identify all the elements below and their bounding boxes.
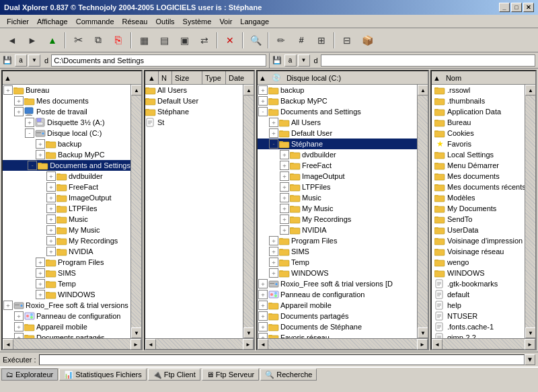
- tree-item-r-myrecordings[interactable]: + My Recordings: [258, 214, 417, 225]
- mid-scroll-track[interactable]: [243, 95, 254, 327]
- tree-item-r-temp[interactable]: + Temp: [258, 257, 417, 268]
- farright-item-9[interactable]: Mes documents récents: [432, 182, 525, 192]
- left-drive-toggle[interactable]: ▼: [28, 54, 40, 67]
- farright-item-17[interactable]: WINDOWS: [432, 268, 525, 278]
- right-path-field[interactable]: [321, 54, 535, 67]
- expander-backup[interactable]: +: [36, 139, 45, 149]
- tree-item-r-sims[interactable]: + SIMS: [258, 246, 417, 257]
- tree-item-programfiles[interactable]: + Program Files: [3, 257, 130, 268]
- tree-item-imageoutput[interactable]: + ImageOutput: [3, 192, 130, 203]
- expander-panneau[interactable]: +: [14, 311, 24, 321]
- taskbar-statistiques[interactable]: 📊 Statistiques Fichiers: [59, 368, 146, 381]
- tree-item-windows[interactable]: + WINDOWS: [3, 289, 130, 300]
- farright-item-12[interactable]: SendTo: [432, 214, 525, 225]
- left-scroll-left[interactable]: ◄: [3, 339, 13, 350]
- expander-disqc[interactable]: -: [25, 128, 34, 138]
- panel-button[interactable]: ▦: [134, 31, 153, 50]
- farright-item-10[interactable]: Modèles: [432, 192, 525, 203]
- col-date[interactable]: Date: [226, 71, 254, 84]
- tree-item-dvdbuilder[interactable]: + dvdbuilder: [3, 171, 130, 182]
- copy-button[interactable]: ⧉: [89, 31, 108, 50]
- farright-item-2[interactable]: Application Data: [432, 106, 525, 117]
- expander-r-mymusic[interactable]: +: [280, 204, 289, 213]
- expander-mymusic[interactable]: +: [46, 225, 56, 235]
- farright-item-3[interactable]: Bureau: [432, 117, 525, 128]
- net-button[interactable]: ⊟: [338, 31, 356, 50]
- menu-reseau[interactable]: Réseau: [118, 17, 152, 26]
- farright-scroll-track[interactable]: [525, 95, 535, 327]
- farright-item-18[interactable]: .gtk-bookmarks: [432, 278, 525, 289]
- expander-disq3[interactable]: +: [25, 118, 34, 127]
- tree-item-docsettings[interactable]: - Documents and Settings: [3, 160, 130, 171]
- expander-temp[interactable]: +: [36, 279, 45, 288]
- expander-r-myrecordings[interactable]: +: [280, 214, 289, 224]
- tree-item-appareilleft[interactable]: + Appareil mobile: [3, 321, 130, 332]
- far-right-scroll[interactable]: .rssowl .thumbnails Application Data Bur…: [432, 85, 525, 338]
- expander-programfiles[interactable]: +: [36, 258, 45, 267]
- tree-item-r-stephane[interactable]: - Stéphane: [258, 139, 417, 149]
- expander-r-docsstephane[interactable]: +: [258, 322, 268, 331]
- expander-r-freefact[interactable]: +: [280, 161, 289, 170]
- tree-item-r-programfiles[interactable]: + Program Files: [258, 235, 417, 246]
- tree-item-freefact[interactable]: + FreeFact: [3, 182, 130, 192]
- filter-button[interactable]: ⊞: [312, 31, 331, 50]
- tree-item-temp[interactable]: + Temp: [3, 278, 130, 289]
- tree-item-music[interactable]: + Music: [3, 214, 130, 225]
- farright-hscroll-track[interactable]: [443, 339, 525, 349]
- expander-r-ltpfiles[interactable]: +: [280, 182, 289, 192]
- farright-item-1[interactable]: .thumbnails: [432, 95, 525, 106]
- tree-item-r-allusers[interactable]: + All Users: [258, 117, 417, 128]
- farright-hscrollbar[interactable]: ◄ ►: [432, 338, 535, 349]
- expander-r-dvdbuilder[interactable]: +: [280, 150, 289, 159]
- tree-item-backupmypc[interactable]: + Backup MyPC: [3, 149, 130, 160]
- expander-bureau[interactable]: +: [3, 85, 13, 95]
- farright-item-4[interactable]: Cookies: [432, 128, 525, 139]
- menu-langage[interactable]: Langage: [236, 17, 273, 26]
- delete-button[interactable]: ✕: [221, 31, 239, 50]
- expander-r-allusers[interactable]: +: [269, 118, 278, 127]
- expander-r-stephane[interactable]: -: [269, 139, 278, 149]
- expander-docsettings[interactable]: -: [28, 161, 37, 170]
- expander-appareilleft[interactable]: +: [14, 322, 24, 331]
- close-button[interactable]: ✕: [523, 3, 534, 12]
- cut-button[interactable]: ✂: [69, 31, 87, 50]
- tree-item-r-freefact[interactable]: + FreeFact: [258, 160, 417, 171]
- edit-button[interactable]: ✏: [272, 31, 291, 50]
- farright-scroll-right[interactable]: ►: [525, 339, 535, 350]
- tree-item-r-defaultuser[interactable]: + Default User: [258, 128, 417, 139]
- paste-button[interactable]: ⎘: [109, 31, 128, 50]
- expander-docspartages[interactable]: +: [14, 333, 24, 338]
- tree-item-panneau[interactable]: + Panneau de configuration: [3, 311, 130, 321]
- farright-item-13[interactable]: UserData: [432, 225, 525, 235]
- menu-voir[interactable]: Voir: [215, 17, 236, 26]
- expander-r-nvidia[interactable]: +: [280, 225, 289, 235]
- expander-r-roxio[interactable]: +: [258, 279, 268, 288]
- expander-r-appareilleft[interactable]: +: [258, 301, 268, 310]
- tree-item-mesdocs[interactable]: + Mes documents: [3, 95, 130, 106]
- col-size[interactable]: Size: [172, 71, 202, 84]
- tree-item-sims[interactable]: + SIMS: [3, 268, 130, 278]
- expander-r-favorisreseau[interactable]: +: [258, 333, 268, 338]
- tree-item-r-ltpfiles[interactable]: + LTPFiles: [258, 182, 417, 192]
- tree-item-bureau[interactable]: + Bureau: [3, 85, 130, 95]
- mid-hscroll-track[interactable]: [156, 339, 243, 349]
- tree-item-backup[interactable]: + backup: [3, 139, 130, 149]
- expander-r-temp[interactable]: +: [269, 258, 278, 267]
- tree-item-nvidia[interactable]: + NVIDIA: [3, 246, 130, 257]
- tree-item-r-mymusic[interactable]: + My Music: [258, 203, 417, 214]
- right-drive-a-button[interactable]: a: [284, 54, 297, 67]
- col-n[interactable]: N: [159, 71, 172, 84]
- middle-item-3[interactable]: St: [145, 117, 243, 128]
- farright-item-23[interactable]: gimp-2.2: [432, 332, 525, 338]
- right-hscroll-track[interactable]: [268, 339, 417, 349]
- middle-scroll[interactable]: All Users Default User Stéphane St: [145, 85, 243, 338]
- tree-item-r-music[interactable]: + Music: [258, 192, 417, 203]
- taskbar-explorateur[interactable]: 🗂 Explorateur: [1, 368, 58, 381]
- expander-ltpfiles[interactable]: +: [46, 204, 56, 213]
- calc-button[interactable]: #: [292, 31, 311, 50]
- tree-item-myrecordings[interactable]: + My Recordings: [3, 235, 130, 246]
- right-drive-toggle[interactable]: ▼: [298, 54, 310, 67]
- left-hscrollbar[interactable]: ◄ ►: [3, 338, 141, 349]
- expander-poste[interactable]: +: [14, 107, 24, 116]
- tree-item-poste[interactable]: + Poste de travail: [3, 106, 130, 117]
